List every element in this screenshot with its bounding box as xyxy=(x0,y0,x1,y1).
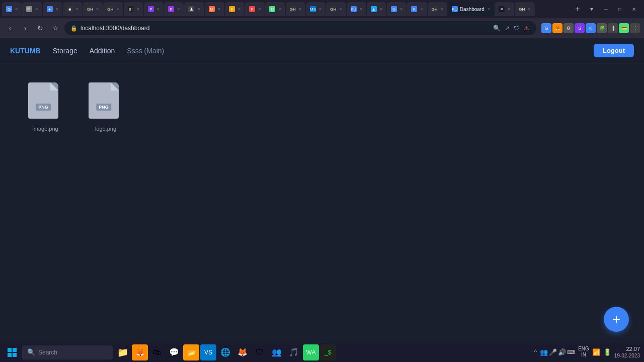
file-item-1[interactable]: PNGlogo.png xyxy=(80,78,131,136)
tab-close-t5[interactable]: × xyxy=(96,7,99,12)
tab-close-t25[interactable]: × xyxy=(528,7,530,12)
browser-tab-t1[interactable]: G× xyxy=(2,2,22,16)
tab-close-t22[interactable]: × xyxy=(441,7,443,12)
sidebar-toggle[interactable]: ▐ xyxy=(608,23,618,33)
restore-button[interactable]: □ xyxy=(614,3,626,15)
back-button[interactable]: ‹ xyxy=(4,22,16,34)
fab-add-button[interactable]: + xyxy=(604,307,629,332)
tab-close-t4[interactable]: × xyxy=(76,7,78,12)
browser-tab-t19[interactable]: ▲× xyxy=(367,2,386,16)
tab-close-t19[interactable]: × xyxy=(380,7,382,12)
taskbar-app-firefox[interactable]: 🦊 xyxy=(234,344,251,360)
tab-close-t2[interactable]: × xyxy=(35,7,38,12)
tab-close-t21[interactable]: × xyxy=(420,7,423,12)
battery-icon[interactable]: 🔋 xyxy=(603,348,611,356)
chevron-up-icon[interactable]: ^ xyxy=(534,348,537,355)
ext-2[interactable]: 🦊 xyxy=(552,23,562,33)
shield-button[interactable]: 🛡 xyxy=(513,24,521,33)
browser-tab-t8[interactable]: P× xyxy=(144,2,164,16)
taskbar-app-terminal[interactable]: _$ xyxy=(320,344,336,360)
address-input[interactable]: 🔒 localhost:3000/dashboard 🔍 ↗ 🛡 ⚠ xyxy=(64,21,536,35)
tab-close-t1[interactable]: × xyxy=(15,7,18,12)
tab-close-t20[interactable]: × xyxy=(400,7,403,12)
taskbar-app-store[interactable]: 🛍 xyxy=(149,344,165,360)
ext-1[interactable]: G xyxy=(541,23,551,33)
reload-button[interactable]: ↻ xyxy=(34,22,46,34)
tab-close-t11[interactable]: × xyxy=(218,7,220,12)
browser-tab-t24[interactable]: ✕× xyxy=(495,2,514,16)
system-clock[interactable]: 22:07 19-02-2023 xyxy=(614,345,640,359)
tab-close-t24[interactable]: × xyxy=(508,7,510,12)
taskbar-app-spotify[interactable]: 🎵 xyxy=(286,344,302,360)
tab-close-t9[interactable]: × xyxy=(177,7,180,12)
zoom-button[interactable]: 🔍 xyxy=(492,24,502,33)
alert-button[interactable]: ⚠ xyxy=(523,24,530,33)
taskbar-search[interactable]: 🔍 Search xyxy=(22,345,113,359)
ext-4[interactable]: S xyxy=(575,23,585,33)
share-button[interactable]: ↗ xyxy=(504,24,511,33)
browser-tab-t12[interactable]: F× xyxy=(225,2,245,16)
browser-tab-t2[interactable]: 🔍× xyxy=(22,2,42,16)
tab-close-t14[interactable]: × xyxy=(278,7,281,12)
browser-tab-t20[interactable]: G× xyxy=(387,2,407,16)
browser-tab-t6[interactable]: GH× xyxy=(103,2,123,16)
browser-tab-t17[interactable]: GH× xyxy=(326,2,346,16)
file-item-0[interactable]: PNGimage.png xyxy=(20,78,70,136)
tab-close-t13[interactable]: × xyxy=(258,7,261,12)
browser-tab-t3[interactable]: ●× xyxy=(43,2,62,16)
tab-close-t12[interactable]: × xyxy=(238,7,240,12)
browser-tab-t10[interactable]: ♟× xyxy=(184,2,204,16)
taskbar-app-vscode[interactable]: VS xyxy=(200,344,216,360)
tab-close-t18[interactable]: × xyxy=(360,7,362,12)
tab-close-t8[interactable]: × xyxy=(157,7,159,12)
storage-link[interactable]: Storage xyxy=(53,47,77,55)
browser-tab-t25[interactable]: GH× xyxy=(515,2,534,16)
speaker-icon[interactable]: 🔊 xyxy=(558,348,566,356)
taskbar-app-whatsapp[interactable]: WA xyxy=(303,344,319,360)
browser-tab-t23[interactable]: KUDashboard× xyxy=(448,2,494,16)
browser-tab-t11[interactable]: M× xyxy=(205,2,224,16)
taskbar-app-chat[interactable]: 💬 xyxy=(166,344,182,360)
browser-tab-t15[interactable]: GH× xyxy=(286,2,305,16)
browser-tab-t14[interactable]: D× xyxy=(265,2,285,16)
ext-6[interactable]: 🧩 xyxy=(597,23,607,33)
tray-icon-1[interactable]: 👥 xyxy=(540,348,548,356)
forward-button[interactable]: › xyxy=(19,22,31,34)
browser-tab-t4[interactable]: ■× xyxy=(63,2,83,16)
tab-list-button[interactable]: ▾ xyxy=(586,3,598,15)
browser-tab-t9[interactable]: P× xyxy=(164,2,184,16)
ext-3[interactable]: ⚙ xyxy=(564,23,574,33)
browser-tab-t22[interactable]: GH× xyxy=(428,2,447,16)
tab-close-t15[interactable]: × xyxy=(299,7,301,12)
new-tab-button[interactable]: + xyxy=(572,3,584,15)
language-indicator[interactable]: ENGIN xyxy=(578,346,589,358)
taskbar-app-shield[interactable]: 🛡 xyxy=(252,344,268,360)
start-button[interactable] xyxy=(4,344,20,360)
browser-tab-t7[interactable]: BI× xyxy=(124,2,143,16)
mic-icon[interactable]: 🎤 xyxy=(549,348,557,356)
close-button[interactable]: ✕ xyxy=(628,3,640,15)
browser-tab-t21[interactable]: K× xyxy=(407,2,427,16)
tab-close-t3[interactable]: × xyxy=(56,7,58,12)
minimize-button[interactable]: ─ xyxy=(600,3,612,15)
wifi-icon[interactable]: 📶 xyxy=(592,348,600,356)
wallet-icon[interactable]: 💳 xyxy=(619,23,629,33)
tab-close-t10[interactable]: × xyxy=(197,7,200,12)
taskbar-app-files[interactable]: 📂 xyxy=(183,344,199,360)
bookmark-button[interactable]: ☆ xyxy=(49,22,61,34)
taskbar-app-chrome[interactable]: 🌐 xyxy=(217,344,233,360)
addition-link[interactable]: Addition xyxy=(90,47,115,55)
ext-5[interactable]: K xyxy=(586,23,596,33)
browser-tab-t13[interactable]: P× xyxy=(245,2,265,16)
tab-close-t16[interactable]: × xyxy=(319,7,321,12)
ext-menu[interactable]: ⋮ xyxy=(630,23,640,33)
brand-logo[interactable]: KUTUMB xyxy=(10,47,41,55)
tab-close-t23[interactable]: × xyxy=(488,7,490,12)
tab-close-t6[interactable]: × xyxy=(116,7,119,12)
taskbar-app-teams[interactable]: 👥 xyxy=(269,344,285,360)
browser-tab-t5[interactable]: GH× xyxy=(83,2,103,16)
taskbar-app-browser[interactable]: 🦊 xyxy=(132,344,148,360)
taskbar-app-explorer[interactable]: 📁 xyxy=(115,344,131,360)
browser-tab-t18[interactable]: KU× xyxy=(347,2,366,16)
tab-close-t17[interactable]: × xyxy=(339,7,342,12)
